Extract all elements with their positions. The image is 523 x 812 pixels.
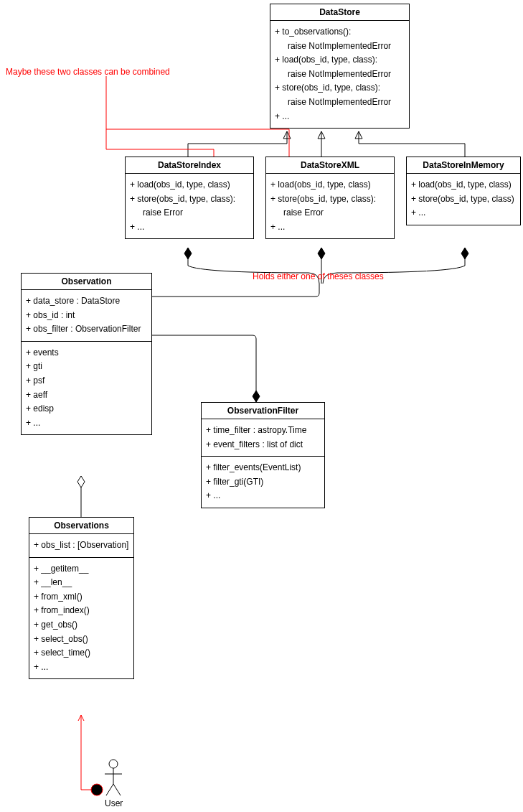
class-title: DataStoreIndex bbox=[126, 157, 253, 174]
class-datastorexml: DataStoreXML + load(obs_id, type, class)… bbox=[265, 157, 395, 239]
attribute: + time_filter : astropy.Time bbox=[206, 425, 320, 437]
method: + store(obs_id, type, class) bbox=[411, 194, 516, 205]
class-datastore: DataStore + to_observations(): raise Not… bbox=[270, 4, 410, 129]
class-title: DataStoreInMemory bbox=[407, 157, 520, 174]
method: + filter_events(EventList) bbox=[206, 462, 320, 474]
actor-icon bbox=[105, 760, 122, 795]
method: + ... bbox=[130, 222, 249, 233]
method: + filter_gti(GTI) bbox=[206, 477, 320, 488]
class-title: DataStore bbox=[270, 4, 409, 21]
method-detail: raise Error bbox=[270, 207, 390, 219]
method: + __len__ bbox=[34, 577, 129, 589]
method: + select_obs() bbox=[34, 634, 129, 645]
attribute: + event_filters : list of dict bbox=[206, 439, 320, 451]
svg-point-1 bbox=[109, 760, 118, 768]
class-observationfilter: ObservationFilter + time_filter : astrop… bbox=[201, 402, 325, 508]
method-detail: raise NotImplementedError bbox=[275, 41, 405, 52]
method-detail: raise Error bbox=[130, 207, 249, 219]
method-detail: raise NotImplementedError bbox=[275, 69, 405, 80]
method: + __getitem__ bbox=[34, 564, 129, 575]
note-combine: Maybe these two classes can be combined bbox=[6, 67, 170, 77]
attribute: + obs_id : int bbox=[26, 310, 147, 322]
actor-label: User bbox=[105, 798, 123, 808]
svg-line-5 bbox=[113, 784, 121, 795]
attribute: + obs_list : [Observation] bbox=[34, 540, 129, 551]
method: + ... bbox=[26, 418, 147, 429]
method: + store(obs_id, type, class): bbox=[270, 194, 390, 205]
method: + load(obs_id, type, class): bbox=[275, 55, 405, 66]
class-datastoreindex: DataStoreIndex + load(obs_id, type, clas… bbox=[125, 157, 254, 239]
class-title: Observation bbox=[22, 274, 151, 290]
method: + load(obs_id, type, class) bbox=[130, 179, 249, 191]
method: + from_xml() bbox=[34, 592, 129, 603]
method: + aeff bbox=[26, 390, 147, 401]
method: + ... bbox=[34, 662, 129, 673]
method-detail: raise NotImplementedError bbox=[275, 97, 405, 108]
method: + ... bbox=[275, 111, 405, 123]
method: + load(obs_id, type, class) bbox=[270, 179, 390, 191]
class-title: Observations bbox=[29, 518, 133, 534]
method: + get_obs() bbox=[34, 620, 129, 631]
method: + to_observations(): bbox=[275, 27, 405, 38]
method: + psf bbox=[26, 375, 147, 387]
note-holds: Holds either one of theses classes bbox=[253, 271, 384, 281]
method: + store(obs_id, type, class): bbox=[275, 83, 405, 94]
method: + events bbox=[26, 347, 147, 359]
svg-point-0 bbox=[91, 784, 103, 795]
class-observation: Observation + data_store : DataStore + o… bbox=[21, 273, 152, 435]
class-observations: Observations + obs_list : [Observation] … bbox=[29, 517, 134, 679]
method: + from_index() bbox=[34, 605, 129, 617]
method: + ... bbox=[270, 222, 390, 233]
attribute: + data_store : DataStore bbox=[26, 296, 147, 307]
class-datastoreinmemory: DataStoreInMemory + load(obs_id, type, c… bbox=[406, 157, 521, 225]
method: + store(obs_id, type, class): bbox=[130, 194, 249, 205]
method: + edisp bbox=[26, 403, 147, 415]
method: + ... bbox=[206, 490, 320, 502]
class-title: DataStoreXML bbox=[266, 157, 394, 174]
method: + ... bbox=[411, 207, 516, 219]
method: + select_time() bbox=[34, 648, 129, 659]
attribute: + obs_filter : ObservationFilter bbox=[26, 324, 147, 335]
method: + load(obs_id, type, class) bbox=[411, 179, 516, 191]
class-title: ObservationFilter bbox=[202, 403, 324, 419]
svg-line-4 bbox=[106, 784, 113, 795]
method: + gti bbox=[26, 361, 147, 373]
